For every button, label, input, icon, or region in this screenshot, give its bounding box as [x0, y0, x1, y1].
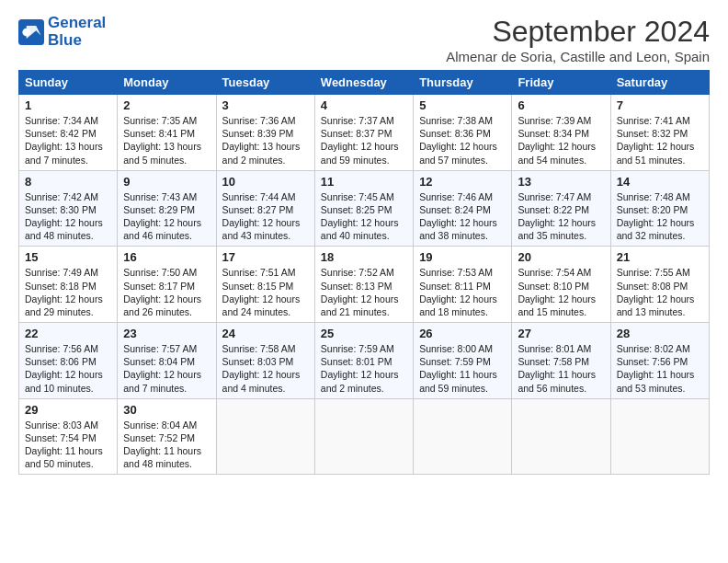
calendar-cell: 16Sunrise: 7:50 AMSunset: 8:17 PMDayligh…	[118, 247, 216, 323]
day-number: 24	[222, 327, 309, 340]
logo: General Blue	[18, 15, 106, 49]
cell-line: Sunset: 8:04 PM	[123, 355, 210, 368]
cell-line: Daylight: 12 hours	[321, 140, 407, 153]
day-number: 21	[617, 250, 703, 264]
cell-line: and 32 minutes.	[617, 229, 703, 242]
calendar-cell: 27Sunrise: 8:01 AMSunset: 7:58 PMDayligh…	[512, 323, 610, 399]
cell-line: Daylight: 13 hours	[222, 140, 309, 153]
cell-line: Sunset: 8:36 PM	[419, 127, 506, 140]
cell-line: and 57 minutes.	[419, 154, 506, 167]
calendar-cell: 11Sunrise: 7:45 AMSunset: 8:25 PMDayligh…	[314, 170, 413, 247]
cell-line: Sunrise: 7:44 AM	[222, 190, 309, 203]
day-number: 15	[25, 250, 111, 264]
cell-line: Sunrise: 7:53 AM	[419, 266, 506, 279]
cell-line: Sunset: 8:03 PM	[222, 355, 309, 368]
cell-line: Sunset: 8:01 PM	[321, 355, 407, 368]
cell-line: Sunrise: 7:57 AM	[123, 342, 210, 355]
calendar-cell	[314, 398, 413, 475]
weekday-header: Friday	[512, 71, 610, 95]
calendar-cell: 29Sunrise: 8:03 AMSunset: 7:54 PMDayligh…	[19, 398, 118, 475]
cell-line: Sunset: 8:17 PM	[123, 280, 210, 293]
cell-line: Sunset: 8:22 PM	[518, 203, 604, 216]
cell-line: Daylight: 13 hours	[25, 140, 111, 153]
cell-line: Daylight: 12 hours	[321, 368, 407, 381]
day-number: 13	[518, 175, 604, 189]
day-number: 8	[25, 175, 111, 189]
cell-line: Sunset: 7:54 PM	[25, 431, 111, 444]
cell-line: Daylight: 11 hours	[123, 444, 210, 457]
day-number: 12	[419, 175, 506, 189]
cell-line: Daylight: 13 hours	[123, 140, 210, 153]
cell-line: Sunrise: 8:02 AM	[617, 342, 703, 355]
cell-line: and 18 minutes.	[419, 305, 506, 318]
cell-line: Sunset: 8:34 PM	[518, 127, 604, 140]
day-number: 11	[321, 175, 407, 189]
cell-line: and 21 minutes.	[321, 305, 407, 318]
cell-line: Daylight: 12 hours	[123, 368, 210, 381]
cell-line: Sunrise: 8:03 AM	[25, 419, 111, 431]
calendar-cell: 4Sunrise: 7:37 AMSunset: 8:37 PMDaylight…	[314, 95, 413, 171]
calendar-cell: 25Sunrise: 7:59 AMSunset: 8:01 PMDayligh…	[314, 323, 413, 399]
calendar-cell: 23Sunrise: 7:57 AMSunset: 8:04 PMDayligh…	[118, 323, 216, 399]
cell-line: Daylight: 11 hours	[25, 444, 111, 457]
cell-line: Daylight: 12 hours	[25, 368, 111, 381]
cell-line: and 54 minutes.	[518, 154, 604, 167]
day-number: 30	[123, 403, 210, 417]
calendar-cell: 12Sunrise: 7:46 AMSunset: 8:24 PMDayligh…	[414, 170, 512, 247]
cell-line: and 59 minutes.	[419, 382, 506, 395]
cell-line: Daylight: 12 hours	[617, 216, 703, 229]
cell-line: Sunrise: 7:39 AM	[518, 114, 604, 127]
day-number: 5	[419, 98, 506, 112]
cell-line: and 38 minutes.	[419, 229, 506, 242]
cell-line: and 5 minutes.	[123, 154, 210, 167]
cell-line: Daylight: 12 hours	[321, 293, 407, 305]
cell-line: Daylight: 11 hours	[419, 368, 506, 381]
cell-line: Sunrise: 7:58 AM	[222, 342, 309, 355]
cell-line: Daylight: 12 hours	[123, 293, 210, 305]
calendar-week-row: 8Sunrise: 7:42 AMSunset: 8:30 PMDaylight…	[19, 170, 710, 247]
day-number: 17	[222, 250, 309, 264]
cell-line: Sunset: 7:56 PM	[617, 355, 703, 368]
calendar-cell: 8Sunrise: 7:42 AMSunset: 8:30 PMDaylight…	[19, 170, 118, 247]
calendar-cell: 2Sunrise: 7:35 AMSunset: 8:41 PMDaylight…	[118, 95, 216, 171]
month-title: September 2024	[446, 15, 710, 49]
cell-line: Daylight: 12 hours	[25, 293, 111, 305]
calendar-cell: 24Sunrise: 7:58 AMSunset: 8:03 PMDayligh…	[216, 323, 314, 399]
cell-line: and 48 minutes.	[123, 457, 210, 470]
cell-line: Sunrise: 7:42 AM	[25, 190, 111, 203]
calendar-cell: 17Sunrise: 7:51 AMSunset: 8:15 PMDayligh…	[216, 247, 314, 323]
cell-line: Sunrise: 8:00 AM	[419, 342, 506, 355]
cell-line: Sunset: 8:24 PM	[419, 203, 506, 216]
cell-line: and 46 minutes.	[123, 229, 210, 242]
day-number: 4	[321, 98, 407, 112]
calendar-cell: 10Sunrise: 7:44 AMSunset: 8:27 PMDayligh…	[216, 170, 314, 247]
cell-line: Sunset: 7:52 PM	[123, 431, 210, 444]
cell-line: Daylight: 12 hours	[518, 140, 604, 153]
calendar-cell: 18Sunrise: 7:52 AMSunset: 8:13 PMDayligh…	[314, 247, 413, 323]
cell-line: and 13 minutes.	[617, 305, 703, 318]
cell-line: and 51 minutes.	[617, 154, 703, 167]
cell-line: and 7 minutes.	[25, 154, 111, 167]
cell-line: Sunrise: 7:51 AM	[222, 266, 309, 279]
calendar-cell: 9Sunrise: 7:43 AMSunset: 8:29 PMDaylight…	[118, 170, 216, 247]
cell-line: Sunrise: 7:36 AM	[222, 114, 309, 127]
cell-line: and 4 minutes.	[222, 382, 309, 395]
day-number: 6	[518, 98, 604, 112]
cell-line: Daylight: 12 hours	[222, 216, 309, 229]
day-number: 26	[419, 327, 506, 340]
cell-line: and 15 minutes.	[518, 305, 604, 318]
cell-line: Daylight: 12 hours	[617, 293, 703, 305]
cell-line: and 35 minutes.	[518, 229, 604, 242]
calendar-cell: 1Sunrise: 7:34 AMSunset: 8:42 PMDaylight…	[19, 95, 118, 171]
calendar-cell	[610, 398, 709, 475]
calendar-cell: 14Sunrise: 7:48 AMSunset: 8:20 PMDayligh…	[610, 170, 709, 247]
cell-line: Daylight: 12 hours	[617, 140, 703, 153]
cell-line: Sunrise: 7:52 AM	[321, 266, 407, 279]
cell-line: and 2 minutes.	[321, 382, 407, 395]
cell-line: and 7 minutes.	[123, 382, 210, 395]
cell-line: Daylight: 12 hours	[419, 140, 506, 153]
day-number: 27	[518, 327, 604, 340]
calendar-cell	[414, 398, 512, 475]
calendar-cell: 20Sunrise: 7:54 AMSunset: 8:10 PMDayligh…	[512, 247, 610, 323]
cell-line: and 26 minutes.	[123, 305, 210, 318]
